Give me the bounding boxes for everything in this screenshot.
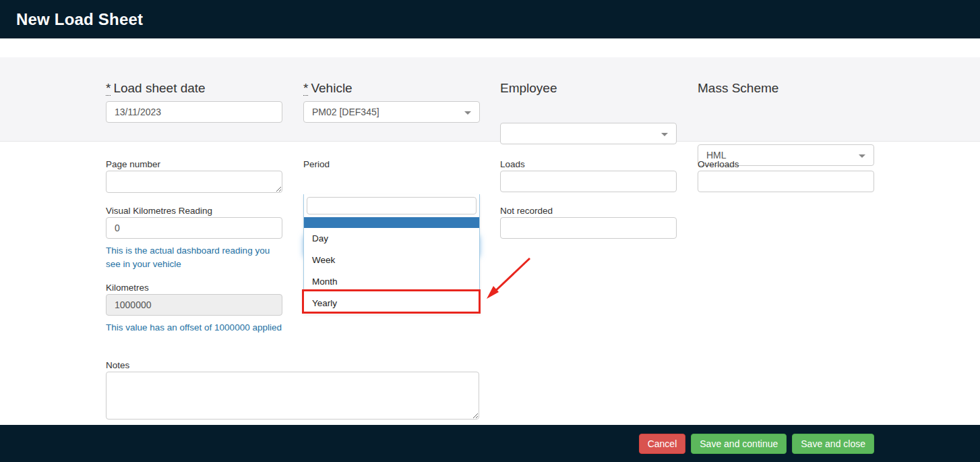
employee-select[interactable] bbox=[500, 123, 677, 144]
not-recorded-label: Not recorded bbox=[500, 206, 553, 216]
vehicle-selected-value: PM02 [DEF345] bbox=[312, 107, 379, 117]
cancel-button[interactable]: Cancel bbox=[639, 434, 686, 454]
visual-kilometres-label: Visual Kilometres Reading bbox=[106, 206, 212, 216]
period-option-day[interactable]: Day bbox=[304, 228, 479, 250]
visual-kilometres-help-text: This is the actual dashboard reading you… bbox=[106, 244, 282, 271]
visual-kilometres-input[interactable] bbox=[106, 217, 282, 239]
vehicle-select[interactable]: PM02 [DEF345] bbox=[303, 101, 480, 123]
kilometres-label: Kilometres bbox=[106, 283, 149, 293]
notes-input[interactable] bbox=[106, 372, 479, 420]
page-number-input[interactable] bbox=[106, 171, 282, 193]
period-options-list: Day Week Month Yearly bbox=[304, 228, 479, 314]
loads-input[interactable] bbox=[500, 171, 677, 192]
load-sheet-date-label: *Load sheet date bbox=[106, 81, 206, 96]
save-and-close-button[interactable]: Save and close bbox=[792, 434, 874, 454]
period-dropdown-search-input[interactable] bbox=[307, 197, 477, 214]
vehicle-label: *Vehicle bbox=[303, 81, 353, 96]
page-number-label: Page number bbox=[106, 159, 160, 169]
load-sheet-date-label-text: Load sheet date bbox=[113, 81, 205, 95]
period-option-month[interactable]: Month bbox=[304, 271, 479, 293]
save-and-continue-button[interactable]: Save and continue bbox=[691, 434, 787, 454]
kilometres-input-disabled bbox=[106, 294, 282, 316]
overloads-label: Overloads bbox=[698, 159, 739, 169]
footer-actions: Cancel Save and continue Save and close bbox=[639, 434, 874, 454]
chevron-down-icon bbox=[859, 154, 865, 158]
not-recorded-input[interactable] bbox=[500, 217, 677, 239]
period-option-empty-highlighted[interactable] bbox=[304, 217, 479, 228]
chevron-down-icon bbox=[464, 111, 471, 115]
annotation-arrow-icon bbox=[480, 252, 537, 306]
action-footer: Cancel Save and continue Save and close bbox=[0, 425, 980, 462]
period-dropdown-panel: Day Week Month Yearly bbox=[303, 194, 480, 314]
period-option-yearly[interactable]: Yearly bbox=[304, 293, 479, 314]
notes-label: Notes bbox=[106, 360, 129, 370]
page-header: New Load Sheet bbox=[0, 0, 980, 38]
new-load-sheet-page: New Load Sheet *Load sheet date *Vehicle… bbox=[0, 0, 980, 462]
primary-fields-band bbox=[0, 57, 980, 142]
chevron-down-icon bbox=[661, 133, 668, 136]
period-option-week[interactable]: Week bbox=[304, 250, 479, 271]
page-title: New Load Sheet bbox=[16, 10, 143, 29]
load-sheet-date-input[interactable] bbox=[106, 101, 282, 123]
required-marker: * bbox=[303, 81, 308, 96]
kilometres-help-text: This value has an offset of 1000000 appl… bbox=[106, 321, 282, 335]
vehicle-label-text: Vehicle bbox=[311, 81, 352, 95]
required-marker: * bbox=[106, 81, 111, 96]
period-label: Period bbox=[303, 159, 330, 169]
employee-label: Employee bbox=[500, 81, 557, 96]
loads-label: Loads bbox=[500, 159, 525, 169]
overloads-input[interactable] bbox=[698, 171, 874, 192]
mass-scheme-label: Mass Scheme bbox=[698, 81, 778, 96]
